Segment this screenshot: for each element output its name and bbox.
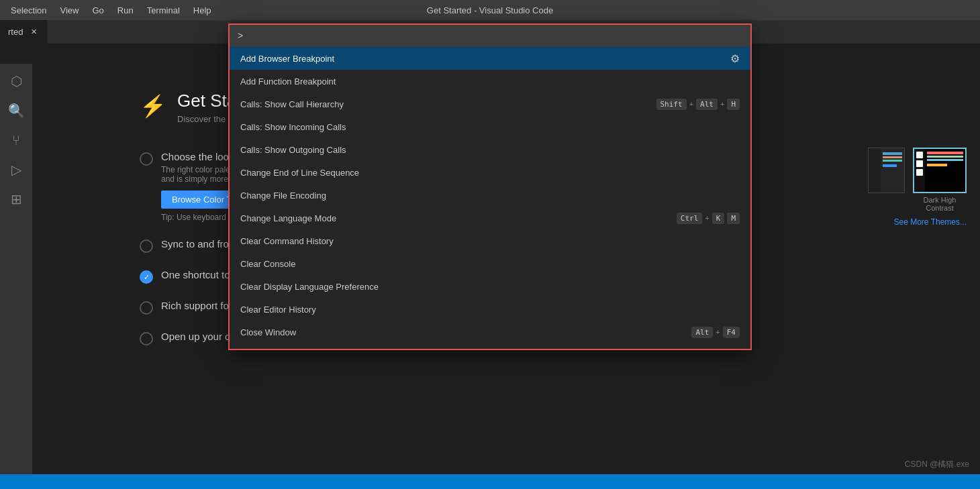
command-palette: Add Browser Breakpoint ⚙ Add Function Br… [228,23,752,350]
watermark: CSDN @橘猫.exe [905,459,969,470]
menu-item-view[interactable]: View [54,4,84,17]
kbd-shift: Shift [656,99,687,110]
command-list: Add Browser Breakpoint ⚙ Add Function Br… [230,47,750,349]
command-label: Clear Command History [240,236,740,246]
command-label: Change End of Line Sequence [240,168,740,178]
kbd-h: H [727,99,740,110]
see-more-themes[interactable]: See More Themes... [868,217,967,227]
sidebar-icon-extensions[interactable]: ⊞ [4,187,28,211]
command-label: Add Function Breakpoint [240,76,740,87]
command-label: Add Browser Breakpoint [240,54,334,64]
command-item-clear-history[interactable]: Clear Command History [230,229,750,252]
menu-item-help[interactable]: Help [188,4,217,17]
step-radio-look[interactable] [140,152,153,166]
command-item-clear-console[interactable]: Clear Console [230,252,750,275]
sidebar-icon-search[interactable]: 🔍 [4,99,28,123]
kbd-f4: F4 [723,327,740,338]
gear-icon[interactable]: ⚙ [730,52,740,65]
command-item-left: Add Browser Breakpoint [240,54,334,64]
command-label: Calls: Show Outgoing Calls [240,145,740,155]
command-item-language-mode[interactable]: Change Language Mode Ctrl + K M [230,207,750,229]
command-item-close-window[interactable]: Close Window Alt + F4 [230,321,750,343]
command-item-outgoing-calls[interactable]: Calls: Show Outgoing Calls [230,138,750,161]
kbd-alt: Alt [691,327,713,338]
command-item-file-encoding[interactable]: Change File Encoding [230,184,750,207]
step-radio-languages[interactable] [140,301,153,315]
command-shortcut: Ctrl + K M [677,213,740,224]
command-item-add-browser-breakpoint[interactable]: Add Browser Breakpoint ⚙ [230,47,750,70]
activity-bar: ⬡ 🔍 ⑂ ▷ ⊞ [0,64,32,489]
kbd-ctrl: Ctrl [677,213,703,224]
command-item-add-function-breakpoint[interactable]: Add Function Breakpoint [230,70,750,93]
step-radio-shortcut[interactable] [140,270,153,284]
command-label: Change Language Mode [240,213,677,223]
command-item-clear-display-lang[interactable]: Clear Display Language Preference [230,275,750,298]
command-label: Close Window [240,327,691,337]
command-label: Calls: Show Incoming Calls [240,122,740,132]
dark-theme-preview[interactable] [868,148,905,193]
window-title: Get Started - Visual Studio Code [427,5,553,15]
step-radio-code[interactable] [140,332,153,345]
command-input[interactable] [235,28,745,44]
menu-item-selection[interactable]: Selection [5,4,52,17]
tab-get-started[interactable]: rted ✕ [0,20,48,44]
command-label: Clear Display Language Preference [240,282,740,292]
command-label: Clear Console [240,259,740,269]
sidebar-icon-git[interactable]: ⑂ [4,128,28,152]
sidebar-icon-debug[interactable]: ▷ [4,158,28,182]
dark-high-contrast-label: Dark High Contrast [913,196,967,212]
command-item-eol[interactable]: Change End of Line Sequence [230,161,750,184]
tab-close-button[interactable]: ✕ [28,26,39,37]
command-label: Clear Editor History [240,305,740,315]
command-input-wrapper [230,25,750,47]
lightning-icon: ⚡ [140,93,166,119]
dark-high-contrast-preview[interactable]: Dark High Contrast [913,148,967,212]
step-radio-sync[interactable] [140,239,153,253]
command-item-restart-update[interactable]: Code: Restart to Update [230,343,750,349]
command-item-right: ⚙ [730,52,740,65]
tab-label: rted [8,27,23,37]
kbd-m: M [727,213,740,224]
status-bar [0,474,980,489]
menu-item-terminal[interactable]: Terminal [142,4,185,17]
menu-item-go[interactable]: Go [87,4,109,17]
command-item-calls-hierarchy[interactable]: Calls: Show Call Hierarchy Shift + Alt +… [230,93,750,115]
command-item-clear-editor-history[interactable]: Clear Editor History [230,298,750,321]
menu-bar: Selection View Go Run Terminal Help Get … [0,0,980,20]
menu-item-run[interactable]: Run [112,4,139,17]
command-shortcut: Alt + F4 [691,327,740,338]
command-label: Change File Encoding [240,191,740,201]
command-shortcut: Shift + Alt + H [656,99,740,110]
kbd-k: K [712,213,725,224]
sidebar-icon-explorer[interactable]: ⬡ [4,69,28,93]
command-label: Calls: Show Call Hierarchy [240,99,656,109]
theme-preview-area: Dark High Contrast See More Themes... [868,148,967,227]
command-item-incoming-calls[interactable]: Calls: Show Incoming Calls [230,115,750,138]
kbd-alt: Alt [696,99,718,110]
